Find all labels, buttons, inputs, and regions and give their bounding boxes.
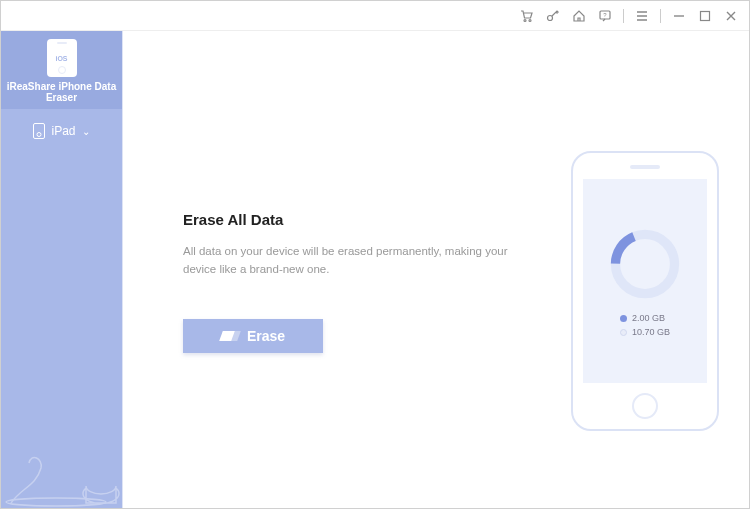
used-value: 2.00 GB [632,313,665,323]
chevron-down-icon: ⌄ [82,126,90,137]
brand-block: iOS iReaShare iPhone Data Eraser [1,31,122,109]
storage-donut-chart [606,225,684,303]
tablet-icon [33,123,45,139]
minimize-icon[interactable] [671,8,687,24]
menu-icon[interactable] [634,8,650,24]
device-preview: 2.00 GB 10.70 GB [571,31,749,508]
feedback-icon[interactable]: ? [597,8,613,24]
page-description: All data on your device will be erased p… [183,242,541,279]
storage-legend: 2.00 GB 10.70 GB [620,313,670,337]
sidebar: iOS iReaShare iPhone Data Eraser iPad ⌄ [1,31,123,508]
page-heading: Erase All Data [183,211,541,228]
brand-name: iReaShare iPhone Data Eraser [1,81,122,103]
erase-button-label: Erase [247,328,285,344]
ios-badge-icon: iOS [47,39,77,77]
device-name: iPad [51,124,75,138]
key-icon[interactable] [545,8,561,24]
content-area: Erase All Data All data on your device w… [123,31,571,508]
phone-speaker [630,165,660,169]
titlebar-separator [660,9,661,23]
main-panel: Erase All Data All data on your device w… [123,31,749,508]
legend-used: 2.00 GB [620,313,670,323]
total-value: 10.70 GB [632,327,670,337]
eraser-icon [219,331,239,341]
device-selector[interactable]: iPad ⌄ [1,123,122,139]
phone-home-button [632,393,658,419]
cart-icon[interactable] [519,8,535,24]
phone-screen: 2.00 GB 10.70 GB [583,179,707,383]
window-titlebar: ? [1,1,749,31]
swatch-total [620,329,627,336]
ios-badge-label: iOS [53,55,69,62]
close-icon[interactable] [723,8,739,24]
sidebar-decoration [1,368,123,508]
svg-text:?: ? [603,11,607,17]
svg-point-0 [524,19,526,21]
swatch-used [620,315,627,322]
svg-rect-5 [701,11,710,20]
maximize-icon[interactable] [697,8,713,24]
titlebar-separator [623,9,624,23]
legend-total: 10.70 GB [620,327,670,337]
phone-frame: 2.00 GB 10.70 GB [571,151,719,431]
svg-point-1 [529,19,531,21]
home-icon[interactable] [571,8,587,24]
svg-point-2 [548,15,553,20]
erase-button[interactable]: Erase [183,319,323,353]
